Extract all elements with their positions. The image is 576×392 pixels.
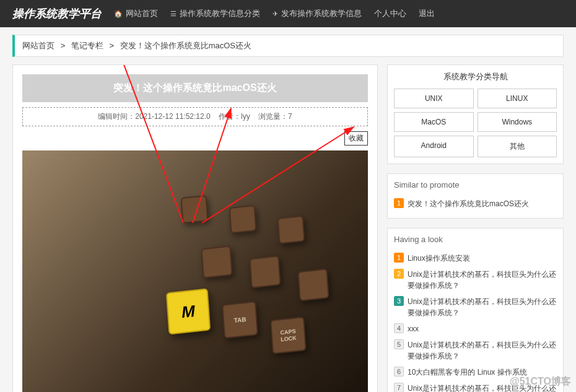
edit-time-label: 编辑时间： — [98, 112, 135, 121]
author-label: 作者： — [219, 112, 241, 121]
list-item: 1Linux操作系统安装 — [394, 250, 557, 266]
cat-android[interactable]: Android — [394, 136, 474, 157]
nav-category[interactable]: ☰操作系统教学信息分类 — [170, 8, 260, 19]
nav-label: 网站首页 — [126, 8, 158, 19]
breadcrumb-item[interactable]: 网站首页 — [22, 41, 55, 50]
cat-windows[interactable]: Windows — [478, 112, 557, 132]
rank-badge-icon: 1 — [394, 198, 404, 208]
views: 7 — [288, 112, 292, 121]
rank-badge-icon: 6 — [394, 367, 404, 377]
breadcrumb-separator: > — [61, 41, 66, 50]
nav-home[interactable]: 🏠网站首页 — [114, 8, 158, 19]
list-item: 2Unix是计算机技术的基石，科技巨头为什么还要做操作系统？ — [394, 266, 557, 294]
list-item: 4xxx — [394, 321, 557, 337]
article-image: M TAB CAPS LOCK — [22, 150, 368, 392]
rank-badge-icon: 1 — [394, 253, 404, 263]
nav-publish[interactable]: ✈发布操作系统教学信息 — [273, 8, 362, 19]
nav-label: 发布操作系统教学信息 — [281, 8, 362, 19]
article-meta: 编辑时间：2021-12-12 11:52:12.0 作者：lyy 浏览量：7 — [22, 107, 368, 126]
look-panel: Having a look 1Linux操作系统安装 2Unix是计算机技术的基… — [387, 228, 564, 392]
nav-items: 🏠网站首页 ☰操作系统教学信息分类 ✈发布操作系统教学信息 个人中心 退出 — [114, 8, 435, 19]
article-title: 突发！这个操作系统竟比macOS还火 — [22, 74, 368, 102]
cat-macos[interactable]: MacOS — [394, 112, 474, 132]
cat-linux[interactable]: LINUX — [478, 89, 557, 108]
promote-panel: Similar to promote 1 突发！这个操作系统竟比macOS还火 — [387, 173, 564, 219]
nav-label: 操作系统教学信息分类 — [180, 8, 260, 19]
rank-badge-icon: 3 — [394, 296, 404, 306]
breadcrumb-current: 突发！这个操作系统竟比macOS还火 — [120, 41, 251, 50]
breadcrumb-item[interactable]: 笔记专栏 — [71, 41, 103, 50]
rank-badge-icon: 7 — [394, 383, 404, 392]
rank-badge-icon: 5 — [394, 339, 404, 349]
favorite-button[interactable]: 收藏 — [344, 131, 368, 146]
list-item-link[interactable]: Unix是计算机技术的基石，科技巨头为什么还要做操作系统？ — [408, 269, 557, 291]
keyboard-m-key: M — [166, 288, 211, 334]
category-panel-title: 系统教学分类导航 — [394, 71, 557, 82]
rank-badge-icon: 4 — [394, 323, 404, 333]
list-item-link[interactable]: 突发！这个操作系统竟比macOS还火 — [408, 198, 557, 209]
views-label: 浏览量： — [258, 112, 288, 121]
keyboard-capslock-key: CAPS LOCK — [270, 316, 307, 354]
list-item-link[interactable]: Unix是计算机技术的基石，科技巨头为什么还要做操作系统？ — [408, 339, 557, 362]
list-item: 1 突发！这个操作系统竟比macOS还火 — [394, 196, 557, 212]
breadcrumb-separator: > — [109, 41, 114, 50]
favorite-row: 收藏 — [22, 131, 368, 146]
rank-badge-icon: 2 — [394, 269, 404, 279]
nav-label: 个人中心 — [374, 8, 406, 19]
nav-label: 退出 — [419, 8, 435, 19]
list-item-link[interactable]: Unix是计算机技术的基石，科技巨头为什么还要做操作系统？ — [408, 296, 557, 318]
watermark: @51CTO博客 — [510, 375, 571, 388]
brand-title[interactable]: 操作系统教学平台 — [12, 6, 102, 21]
breadcrumb: 网站首页 > 笔记专栏 > 突发！这个操作系统竟比macOS还火 — [12, 35, 564, 57]
edit-time: 2021-12-12 11:52:12.0 — [135, 112, 210, 121]
cat-unix[interactable]: UNIX — [394, 89, 474, 108]
top-navbar: 操作系统教学平台 🏠网站首页 ☰操作系统教学信息分类 ✈发布操作系统教学信息 个… — [0, 0, 576, 27]
look-panel-title: Having a look — [394, 235, 557, 244]
nav-logout[interactable]: 退出 — [419, 8, 435, 19]
cat-other[interactable]: 其他 — [478, 136, 557, 157]
list-item: 5Unix是计算机技术的基石，科技巨头为什么还要做操作系统？ — [394, 337, 557, 364]
list-item-link[interactable]: Linux操作系统安装 — [408, 253, 557, 264]
promote-panel-title: Similar to promote — [394, 180, 557, 189]
category-panel: 系统教学分类导航 UNIX LINUX MacOS Windows Androi… — [387, 64, 564, 164]
keyboard-tab-key: TAB — [222, 301, 258, 339]
nav-profile[interactable]: 个人中心 — [374, 8, 406, 19]
list-item-link[interactable]: xxx — [408, 323, 557, 334]
send-icon: ✈ — [273, 10, 278, 18]
list-item: 3Unix是计算机技术的基石，科技巨头为什么还要做操作系统？ — [394, 294, 557, 321]
home-icon: 🏠 — [114, 10, 123, 18]
article-panel: 突发！这个操作系统竟比macOS还火 编辑时间：2021-12-12 11:52… — [12, 64, 378, 392]
author: lyy — [241, 112, 250, 121]
list-icon: ☰ — [170, 10, 177, 18]
